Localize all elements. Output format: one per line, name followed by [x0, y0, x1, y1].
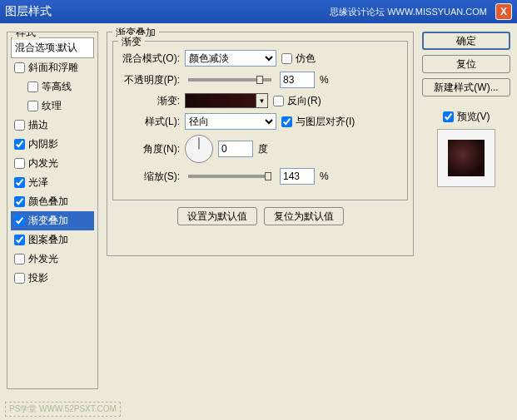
- reverse-checkbox[interactable]: [273, 96, 284, 106]
- styles-legend: 样式: [12, 32, 39, 40]
- style-checkbox[interactable]: [14, 120, 25, 131]
- watermark: PS学堂 WWW.52PSXT.COM: [5, 402, 121, 417]
- cancel-button[interactable]: 复位: [422, 55, 510, 73]
- align-checkbox[interactable]: [281, 116, 292, 127]
- gradient-group: 渐变 混合模式(O): 颜色减淡 仿色 不透明度(P): % 渐变: [112, 41, 408, 200]
- style-checkbox[interactable]: [14, 158, 25, 169]
- preview-checkbox[interactable]: [443, 111, 454, 122]
- style-checkbox[interactable]: [27, 101, 38, 111]
- style-item-1[interactable]: 等高线: [11, 77, 94, 96]
- opacity-unit: %: [320, 74, 329, 86]
- scale-input[interactable]: [280, 168, 315, 185]
- blend-mode-select[interactable]: 颜色减淡: [185, 50, 276, 67]
- opacity-input[interactable]: [280, 72, 315, 88]
- opacity-label: 不透明度(P):: [120, 73, 180, 87]
- style-label: 光泽: [28, 175, 48, 190]
- style-label: 样式(L):: [120, 115, 180, 129]
- style-item-3[interactable]: 描边: [11, 116, 94, 135]
- style-checkbox[interactable]: [14, 62, 25, 73]
- style-checkbox[interactable]: [27, 82, 38, 92]
- style-label: 等高线: [42, 80, 72, 94]
- preview-box: [437, 129, 495, 187]
- preview-label: 预览(V): [457, 110, 490, 124]
- align-label: 与图层对齐(I): [296, 115, 355, 129]
- style-label: 内阴影: [28, 137, 58, 151]
- styles-fieldset: 样式 混合选项:默认 斜面和浮雕等高线纹理描边内阴影内发光光泽颜色叠加渐变叠加图…: [7, 32, 98, 389]
- blend-options-label: 混合选项:默认: [15, 41, 77, 55]
- style-checkbox[interactable]: [14, 273, 25, 284]
- right-column: 确定 复位 新建样式(W)... 预览(V): [422, 32, 510, 395]
- style-label: 内发光: [28, 156, 58, 170]
- ok-button[interactable]: 确定: [422, 32, 510, 50]
- style-label: 投影: [28, 271, 48, 285]
- style-item-2[interactable]: 纹理: [11, 96, 94, 116]
- close-icon: X: [500, 6, 507, 17]
- style-label: 外发光: [28, 252, 58, 266]
- style-label: 纹理: [42, 99, 62, 113]
- close-button[interactable]: X: [495, 3, 512, 20]
- style-item-9[interactable]: 图案叠加: [11, 230, 94, 250]
- window-title: 图层样式: [5, 4, 330, 19]
- titlebar: 图层样式 思缘设计论坛 WWW.MISSYUAN.COM X: [0, 0, 517, 23]
- style-checkbox[interactable]: [14, 235, 25, 245]
- style-item-5[interactable]: 内发光: [11, 154, 94, 173]
- gradient-picker[interactable]: ▼: [185, 93, 268, 108]
- style-label: 颜色叠加: [28, 195, 68, 209]
- angle-unit: 度: [258, 142, 268, 156]
- opacity-slider[interactable]: [188, 78, 271, 82]
- style-item-11[interactable]: 投影: [11, 269, 94, 288]
- gradient-label: 渐变:: [120, 94, 180, 108]
- style-label: 斜面和浮雕: [28, 61, 78, 75]
- style-item-0[interactable]: 斜面和浮雕: [11, 58, 94, 77]
- preview-thumbnail: [448, 140, 485, 176]
- inner-legend: 渐变: [118, 35, 145, 49]
- new-style-button[interactable]: 新建样式(W)...: [422, 78, 510, 96]
- gradient-style-select[interactable]: 径向: [185, 113, 276, 130]
- angle-dial[interactable]: [185, 135, 213, 163]
- style-checkbox[interactable]: [14, 139, 25, 150]
- brand-text: 思缘设计论坛 WWW.MISSYUAN.COM: [330, 6, 487, 18]
- style-checkbox[interactable]: [14, 177, 25, 188]
- blend-mode-label: 混合模式(O):: [120, 52, 180, 66]
- scale-label: 缩放(S):: [120, 170, 180, 184]
- angle-input[interactable]: [218, 141, 253, 157]
- scale-slider[interactable]: [188, 175, 271, 178]
- set-default-button[interactable]: 设置为默认值: [177, 207, 257, 225]
- style-checkbox[interactable]: [14, 254, 25, 264]
- dither-checkbox[interactable]: [281, 53, 292, 64]
- style-item-6[interactable]: 光泽: [11, 173, 94, 192]
- style-checkbox[interactable]: [14, 196, 25, 207]
- gradient-overlay-fieldset: 渐变叠加 渐变 混合模式(O): 颜色减淡 仿色 不透明度(P): %: [107, 32, 414, 256]
- dither-label: 仿色: [296, 52, 316, 66]
- angle-label: 角度(N):: [120, 142, 180, 156]
- style-item-10[interactable]: 外发光: [11, 250, 94, 269]
- scale-unit: %: [320, 170, 329, 182]
- blend-options-header[interactable]: 混合选项:默认: [11, 37, 94, 58]
- dialog-content: 样式 混合选项:默认 斜面和浮雕等高线纹理描边内阴影内发光光泽颜色叠加渐变叠加图…: [0, 23, 517, 403]
- style-checkbox[interactable]: [14, 215, 25, 226]
- style-label: 描边: [28, 118, 48, 132]
- reverse-label: 反向(R): [287, 94, 321, 108]
- chevron-down-icon[interactable]: ▼: [256, 94, 267, 107]
- style-item-4[interactable]: 内阴影: [11, 135, 94, 154]
- style-item-7[interactable]: 颜色叠加: [11, 192, 94, 211]
- reset-default-button[interactable]: 复位为默认值: [264, 207, 344, 225]
- style-label: 图案叠加: [28, 233, 68, 247]
- style-item-8[interactable]: 渐变叠加: [11, 211, 94, 230]
- style-label: 渐变叠加: [28, 214, 68, 228]
